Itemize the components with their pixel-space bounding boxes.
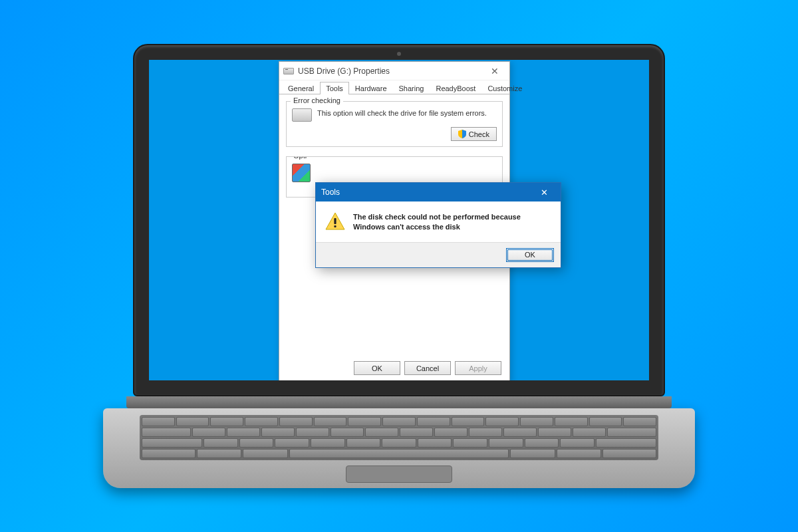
laptop-illustration: USB Drive (G:) Properties ✕ General Tool… (103, 44, 695, 488)
laptop-base (103, 408, 695, 488)
error-ok-button[interactable]: OK (506, 248, 554, 262)
group-title: Error checking (291, 96, 343, 104)
error-titlebar[interactable]: Tools ✕ (316, 183, 561, 201)
close-icon[interactable]: ✕ (533, 185, 555, 200)
dialog-button-row: OK Cancel Apply (354, 361, 501, 375)
shield-icon (458, 130, 466, 138)
properties-titlebar[interactable]: USB Drive (G:) Properties ✕ (279, 62, 509, 80)
tab-customize[interactable]: Customize (481, 82, 528, 94)
warning-icon (325, 212, 345, 231)
error-body: The disk check could not be performed be… (316, 201, 561, 242)
tab-tools[interactable]: Tools (320, 82, 349, 94)
tab-readyboost[interactable]: ReadyBoost (430, 82, 481, 94)
tab-sharing[interactable]: Sharing (393, 82, 430, 94)
desktop: USB Drive (G:) Properties ✕ General Tool… (149, 60, 649, 380)
close-icon[interactable]: ✕ (484, 64, 505, 78)
svg-rect-0 (334, 218, 336, 224)
webcam-icon (397, 52, 401, 56)
laptop-bezel: USB Drive (G:) Properties ✕ General Tool… (133, 44, 665, 396)
apply-button[interactable]: Apply (455, 361, 501, 375)
ok-button[interactable]: OK (354, 361, 400, 375)
check-button-label: Check (469, 130, 489, 138)
cancel-button[interactable]: Cancel (404, 361, 451, 375)
keyboard-icon (140, 415, 658, 460)
tab-hardware[interactable]: Hardware (349, 82, 393, 94)
error-message: The disk check could not be performed be… (353, 212, 551, 233)
drive-icon (283, 68, 294, 74)
error-checking-group: Error checking This option will check th… (286, 101, 503, 147)
window-title: USB Drive (G:) Properties (298, 66, 484, 76)
tab-strip: General Tools Hardware Sharing ReadyBoos… (279, 80, 509, 94)
laptop-hinge (126, 396, 672, 408)
defrag-icon (292, 164, 311, 182)
error-footer: OK (316, 242, 561, 267)
error-dialog-title: Tools (321, 188, 340, 197)
group-title: Opti (291, 156, 309, 160)
error-dialog: Tools ✕ The disk check could not be perf… (315, 182, 561, 268)
drive-icon (292, 108, 312, 122)
check-button[interactable]: Check (451, 127, 497, 141)
group-description: This option will check the drive for fil… (317, 108, 487, 118)
trackpad (346, 466, 452, 483)
svg-rect-1 (334, 225, 336, 227)
tab-general[interactable]: General (282, 82, 320, 94)
